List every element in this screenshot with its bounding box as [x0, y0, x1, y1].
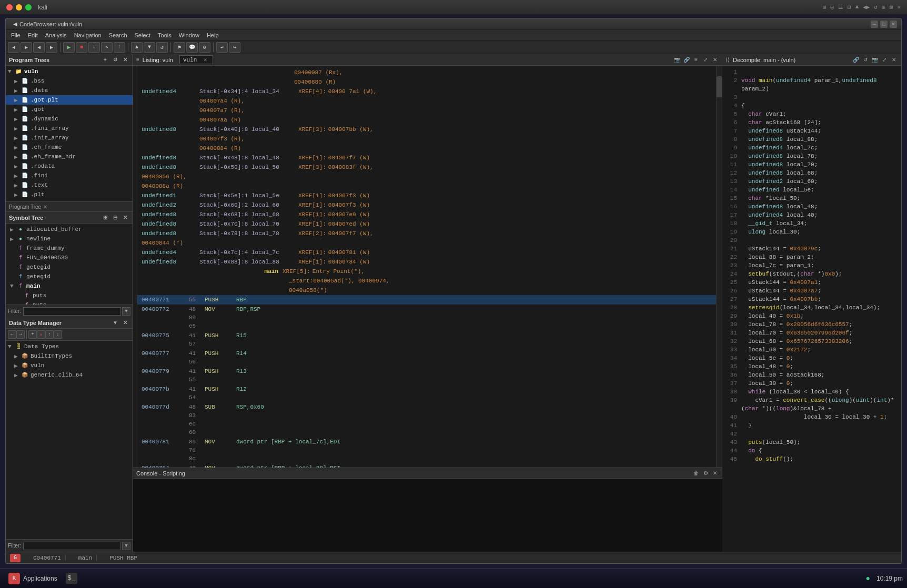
menu-search[interactable]: Search — [106, 32, 130, 39]
tree-item-text[interactable]: ▶ 📄 .text — [6, 180, 133, 190]
dc-icon3[interactable]: 📷 — [871, 56, 879, 64]
taskbar-terminal[interactable]: $_ — [66, 573, 77, 584]
sym-puts1[interactable]: f puts — [6, 291, 133, 300]
app-maximize-btn[interactable]: □ — [880, 21, 888, 28]
tree-item-plt[interactable]: ▶ 📄 .plt — [6, 190, 133, 199]
pt-icon-refresh[interactable]: ↺ — [111, 56, 119, 64]
tree-item-init-array[interactable]: ▶ 📄 .init_array — [6, 133, 133, 143]
tb-bookmark[interactable]: ⚑ — [174, 42, 185, 53]
tree-item-data[interactable]: ▶ 📄 .data — [6, 86, 133, 95]
close-button[interactable] — [6, 4, 13, 11]
dtm-filter-btn[interactable]: ▼ — [122, 542, 130, 550]
listing-tab-vuln[interactable]: vuln ✕ — [179, 55, 213, 64]
status-icon[interactable]: G — [10, 554, 21, 562]
tb-step-ret[interactable]: ↑ — [114, 42, 125, 53]
decompile-header-icons[interactable]: 🔗 ↺ 📷 ⤢ ✕ — [852, 56, 898, 64]
symbol-tree-filter-input[interactable] — [23, 307, 121, 316]
dtm-tb4[interactable]: ✕ — [37, 330, 45, 339]
tb-step[interactable]: ↓ — [88, 42, 100, 53]
sym-frame-dummy[interactable]: f frame_dummy — [6, 244, 133, 253]
sym-allocated-buffer[interactable]: ▶ ● allocated_buffer — [6, 225, 133, 234]
tree-item-eh-frame-hdr[interactable]: ▶ 📄 .eh_frame_hdr — [6, 152, 133, 161]
menu-navigation[interactable]: Navigation — [71, 32, 105, 39]
filter-btn[interactable]: ▼ — [122, 307, 130, 316]
maximize-button[interactable] — [25, 4, 32, 11]
window-controls[interactable] — [6, 4, 32, 11]
listing-icon-camera[interactable]: 📷 — [673, 56, 681, 64]
listing-icon-expand[interactable]: ⤢ — [701, 56, 710, 64]
program-tree-tab[interactable]: Program Tree ✕ — [6, 201, 133, 212]
dtm-icons[interactable]: ▼ ✕ — [111, 319, 129, 327]
sym-fun-00400530[interactable]: f FUN_00400530 — [6, 253, 133, 262]
sym-puts2[interactable]: f puts — [6, 300, 133, 305]
tb-forward[interactable]: ▶ — [21, 42, 32, 53]
tb-stop[interactable]: ■ — [76, 42, 87, 53]
app-minimize-btn[interactable]: ─ — [871, 21, 878, 28]
console-icon-settings[interactable]: ⚙ — [701, 469, 710, 478]
pt-icon-close[interactable]: ✕ — [121, 56, 129, 64]
minimize-button[interactable] — [16, 4, 22, 11]
listing-tab-close[interactable]: ✕ — [204, 57, 207, 63]
listing-icons[interactable]: 📷 🔗 ≡ ⤢ ✕ — [673, 56, 719, 64]
st-icon1[interactable]: ⊞ — [101, 214, 109, 222]
menu-help[interactable]: Help — [204, 32, 222, 39]
menu-edit[interactable]: Edit — [25, 32, 41, 39]
dtm-tb5[interactable]: ↑ — [45, 330, 54, 339]
tb-down[interactable]: ▼ — [144, 42, 155, 53]
tree-item-fini[interactable]: ▶ 📄 .fini — [6, 171, 133, 180]
pt-icon-new[interactable]: + — [101, 56, 109, 64]
dc-icon-close[interactable]: ✕ — [890, 56, 898, 64]
dtm-generic-clib[interactable]: ▶ 📦 generic_clib_64 — [6, 370, 133, 380]
app-title-buttons[interactable]: ─ □ ✕ — [871, 21, 897, 28]
listing-icon-list[interactable]: ≡ — [692, 56, 700, 64]
sym-main[interactable]: ▼ f main — [6, 281, 133, 291]
console-content[interactable] — [133, 479, 722, 552]
listing-scroll-thumb[interactable] — [717, 76, 722, 97]
dc-icon1[interactable]: 🔗 — [852, 56, 860, 64]
listing-content-area[interactable]: 00400087 (Rx), 00400880 (R) undefined4 S… — [137, 66, 716, 468]
tree-root-vuln[interactable]: ▼ 📁 vuln — [6, 67, 133, 76]
dtm-tb3[interactable]: + — [28, 330, 37, 339]
tb-run[interactable]: ▶ — [63, 42, 75, 53]
listing-line-highlight[interactable]: 00400771 55 PUSH RBP — [137, 295, 716, 305]
tb-next[interactable]: ▶ — [46, 42, 57, 53]
tb-redo[interactable]: ↪ — [229, 42, 240, 53]
menu-analysis[interactable]: Analysis — [42, 32, 70, 39]
dtm-icon-close[interactable]: ✕ — [121, 319, 129, 327]
menu-select[interactable]: Select — [132, 32, 154, 39]
decompile-content[interactable]: 1 2 void main(undefined4 param_1,undefin… — [722, 66, 901, 552]
console-icons[interactable]: 🗑 ⚙ ✕ — [692, 469, 719, 478]
dtm-tb6[interactable]: ↓ — [54, 330, 62, 339]
dtm-icon1[interactable]: ▼ — [111, 319, 119, 327]
dc-icon4[interactable]: ⤢ — [880, 56, 889, 64]
dtm-tb2[interactable]: → — [16, 330, 25, 339]
program-trees-icons[interactable]: + ↺ ✕ — [101, 56, 129, 64]
sym-getegid1[interactable]: f getegid — [6, 262, 133, 272]
sym-newline[interactable]: ▶ ● newline — [6, 234, 133, 244]
sym-getegid2[interactable]: f getegid — [6, 272, 133, 281]
dc-icon2[interactable]: ↺ — [861, 56, 870, 64]
st-icon2[interactable]: ⊟ — [111, 214, 119, 222]
taskbar-applications[interactable]: K Applications — [4, 571, 62, 586]
tree-item-bss[interactable]: ▶ 📄 .bss — [6, 76, 133, 86]
tb-comment[interactable]: 💬 — [186, 42, 198, 53]
dtm-root[interactable]: ▼ 🗄 Data Types — [6, 342, 133, 351]
app-close-btn[interactable]: ✕ — [890, 21, 897, 28]
menu-tools[interactable]: Tools — [155, 32, 175, 39]
menu-window[interactable]: Window — [176, 32, 203, 39]
tb-undo[interactable]: ↩ — [216, 42, 228, 53]
tb-step-over[interactable]: ↷ — [101, 42, 113, 53]
symbol-tree-icons[interactable]: ⊞ ⊟ ✕ — [101, 214, 129, 222]
tree-item-eh-frame[interactable]: ▶ 📄 .eh_frame — [6, 143, 133, 152]
program-tree-tab-label[interactable]: Program Tree — [9, 204, 41, 210]
tb-prev[interactable]: ◀ — [33, 42, 45, 53]
tb-back[interactable]: ◀ — [8, 42, 19, 53]
tree-item-rodata[interactable]: ▶ 📄 .rodata — [6, 161, 133, 171]
tree-item-got[interactable]: ▶ 📄 .got — [6, 105, 133, 114]
console-icon-close[interactable]: ✕ — [711, 469, 719, 478]
tree-item-fini-array[interactable]: ▶ 📄 .fini_array — [6, 124, 133, 133]
listing-icon-close[interactable]: ✕ — [711, 56, 719, 64]
st-icon-close[interactable]: ✕ — [121, 214, 129, 222]
tree-item-dynamic[interactable]: ▶ 📄 .dynamic — [6, 114, 133, 124]
taskbar-notification[interactable]: ● — [866, 574, 870, 583]
